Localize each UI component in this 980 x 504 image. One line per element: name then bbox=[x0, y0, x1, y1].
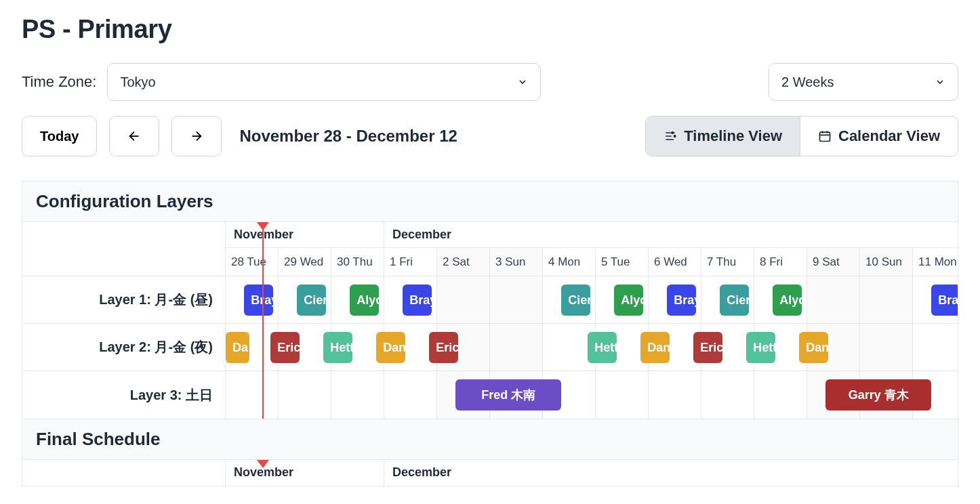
schedule-chip[interactable]: Alyc bbox=[350, 285, 379, 316]
day-header[interactable]: 4 Mon bbox=[543, 248, 596, 276]
now-marker-icon bbox=[257, 460, 269, 468]
timezone-label: Time Zone: bbox=[22, 73, 96, 91]
schedule-chip[interactable]: Dan bbox=[799, 332, 828, 363]
month-label: November bbox=[226, 460, 384, 486]
schedule-chip[interactable]: Cier bbox=[720, 285, 749, 316]
month-label: December bbox=[384, 460, 958, 486]
timeline-row: BrayCierAlycBrayCierAlycBrayCierAlycBray bbox=[226, 276, 958, 324]
svg-point-5 bbox=[674, 135, 676, 138]
day-header[interactable]: 7 Thu bbox=[701, 248, 754, 276]
view-calendar-label: Calendar View bbox=[838, 127, 940, 145]
schedule-chip[interactable]: Garry 青木 bbox=[825, 379, 931, 411]
schedule-chip[interactable]: Hett bbox=[746, 332, 775, 363]
day-header[interactable]: 1 Fri bbox=[384, 248, 437, 276]
month-label: November bbox=[226, 222, 384, 247]
arrow-left-icon bbox=[127, 129, 142, 144]
final-schedule-header: Final Schedule bbox=[22, 419, 958, 460]
day-header[interactable]: 9 Sat bbox=[807, 248, 860, 276]
schedule-chip[interactable]: Bray bbox=[244, 285, 273, 316]
range-select[interactable]: 2 Weeks bbox=[769, 63, 958, 101]
schedule-chip[interactable]: Cier bbox=[297, 285, 326, 316]
toolbar-row: Today November 28 - December 12 Timeline… bbox=[22, 116, 958, 156]
view-toggle: Timeline View Calendar View bbox=[645, 116, 958, 156]
chevron-down-icon bbox=[935, 77, 945, 87]
config-layers-header: Configuration Layers bbox=[22, 182, 958, 222]
arrow-right-icon bbox=[189, 129, 204, 144]
timeline-row: DaEricHettDanEricaHettDanEricaHettDanE bbox=[226, 324, 958, 371]
schedule-chip[interactable]: Cier bbox=[561, 285, 590, 316]
day-header[interactable]: 6 Wed bbox=[649, 248, 701, 276]
timeline-row-labels: Layer 1: 月-金 (昼)Layer 2: 月-金 (夜)Layer 3:… bbox=[22, 222, 226, 419]
prev-button[interactable] bbox=[109, 116, 159, 156]
schedule-chip[interactable]: Fred 木南 bbox=[455, 379, 561, 411]
layer-label: Layer 3: 土日 bbox=[22, 371, 225, 419]
schedule-chip[interactable]: Dan bbox=[640, 332, 670, 363]
chevron-down-icon bbox=[517, 77, 528, 87]
day-header[interactable]: 11 Mon bbox=[913, 248, 958, 276]
schedule-chip[interactable]: Alyc bbox=[614, 285, 643, 316]
calendar-icon bbox=[818, 129, 832, 143]
schedule-chip[interactable]: Dan bbox=[376, 332, 405, 363]
schedule-chip[interactable]: Erica bbox=[429, 332, 458, 363]
timezone-value: Tokyo bbox=[120, 75, 155, 90]
day-header[interactable]: 29 Wed bbox=[279, 248, 331, 276]
day-header[interactable]: 10 Sun bbox=[860, 248, 913, 276]
day-header[interactable]: 30 Thu bbox=[331, 248, 384, 276]
timeline-row: Fred 木南Garry 青木 bbox=[226, 371, 958, 419]
month-label: December bbox=[384, 222, 958, 247]
date-range: November 28 - December 12 bbox=[239, 127, 457, 146]
now-marker-icon bbox=[257, 222, 269, 230]
day-header[interactable]: 8 Fri bbox=[754, 248, 807, 276]
view-calendar-tab[interactable]: Calendar View bbox=[800, 117, 958, 156]
schedule-chip[interactable]: Bray bbox=[667, 285, 696, 316]
schedule-chip[interactable]: Hett bbox=[323, 332, 352, 363]
schedule-chip[interactable]: Alyc bbox=[773, 285, 802, 316]
svg-rect-7 bbox=[820, 132, 830, 141]
page-title: PS - Primary bbox=[22, 15, 958, 44]
day-header[interactable]: 5 Tue bbox=[596, 248, 649, 276]
layer-label: Layer 2: 月-金 (夜) bbox=[22, 324, 225, 371]
timeline-icon bbox=[663, 129, 677, 143]
schedule-chip[interactable]: Hett bbox=[588, 332, 617, 363]
range-value: 2 Weeks bbox=[781, 75, 834, 90]
schedule-chip[interactable]: Bray bbox=[931, 285, 958, 316]
timeline-grid[interactable]: NovemberDecember 28 Tue29 Wed30 Thu1 Fri… bbox=[226, 222, 958, 419]
schedule-chip[interactable]: Bray bbox=[403, 285, 432, 316]
controls-row: Time Zone: Tokyo 2 Weeks bbox=[22, 63, 958, 101]
schedule-chip[interactable]: Erica bbox=[693, 332, 722, 363]
timezone-select[interactable]: Tokyo bbox=[107, 63, 541, 101]
day-header[interactable]: 28 Tue bbox=[226, 248, 279, 276]
today-button[interactable]: Today bbox=[22, 116, 97, 156]
view-timeline-label: Timeline View bbox=[684, 127, 782, 145]
day-header[interactable]: 2 Sat bbox=[437, 248, 490, 276]
view-timeline-tab[interactable]: Timeline View bbox=[646, 117, 800, 156]
layer-label: Layer 1: 月-金 (昼) bbox=[22, 276, 225, 324]
svg-point-6 bbox=[672, 132, 674, 134]
now-marker-line bbox=[262, 229, 264, 419]
day-header[interactable]: 3 Sun bbox=[490, 248, 543, 276]
schedule-chip[interactable]: Da bbox=[226, 332, 249, 363]
schedule-chip[interactable]: Eric bbox=[270, 332, 300, 363]
config-layers-panel: Configuration Layers Layer 1: 月-金 (昼)Lay… bbox=[22, 181, 958, 486]
next-button[interactable] bbox=[171, 116, 222, 156]
